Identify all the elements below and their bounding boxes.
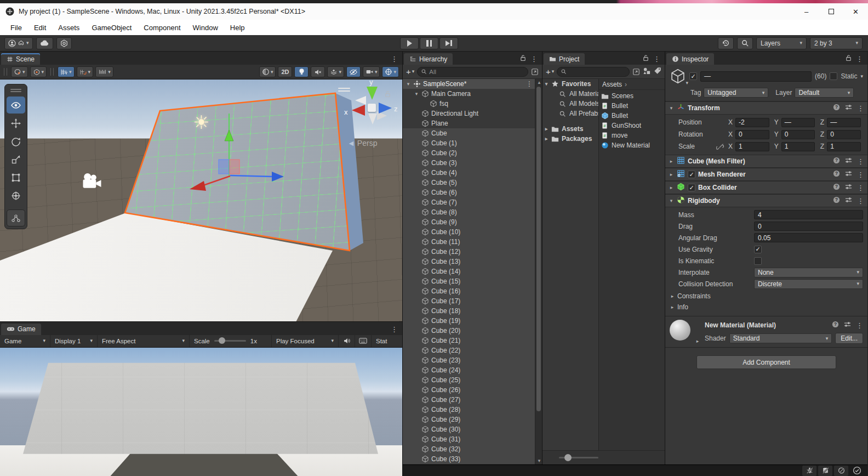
hierarchy-item-cube-20[interactable]: Cube (20) <box>403 326 535 336</box>
project-tree-item-all-models[interactable]: All Models <box>542 99 598 109</box>
rotation-y-field[interactable]: 0 <box>781 130 815 139</box>
presets-icon[interactable] <box>845 157 852 166</box>
lock-icon[interactable] <box>520 54 526 63</box>
help-icon[interactable]: ? <box>833 183 840 192</box>
link-off-icon[interactable] <box>715 143 726 151</box>
open-search-window-icon[interactable] <box>632 68 640 76</box>
hierarchy-item-cube-15[interactable]: Cube (15) <box>403 276 535 286</box>
menu-edit[interactable]: Edit <box>28 24 52 32</box>
transform-tool-button[interactable] <box>7 187 25 204</box>
mass-field[interactable]: 4 <box>754 210 863 219</box>
angular-drag-field[interactable]: 0.05 <box>754 233 863 242</box>
tab-scene[interactable]: Scene <box>1 53 40 65</box>
shader-edit-button[interactable]: Edit... <box>835 333 863 344</box>
scene-orientation-gizmo[interactable]: y z x <box>339 80 402 140</box>
menu-file[interactable]: File <box>4 24 28 32</box>
hierarchy-item-cube-7[interactable]: Cube (7) <box>403 197 535 207</box>
progress-ok-icon[interactable] <box>850 466 864 476</box>
undo-history-button[interactable] <box>718 37 734 49</box>
hierarchy-item-directional-light[interactable]: Directional Light <box>403 109 535 118</box>
hierarchy-item-cube-8[interactable]: Cube (8) <box>403 207 535 217</box>
hierarchy-item-cube-31[interactable]: Cube (31) <box>403 434 535 444</box>
y-axis-cone[interactable] <box>367 87 378 100</box>
play-button[interactable] <box>400 37 419 49</box>
perspective-indicator[interactable]: ◄ Persp <box>347 139 377 148</box>
game-input-toggle[interactable] <box>355 335 372 347</box>
directional-light-gizmo[interactable]: ☀ <box>193 111 209 133</box>
mesh-renderer-component-header[interactable]: ▸ ✓ Mesh Renderer ? ⋮ <box>665 168 867 181</box>
scene-lighting-toggle[interactable] <box>294 66 309 77</box>
gameobject-icon[interactable]: ▾ <box>670 68 686 84</box>
project-menu-kebab[interactable]: ⋮ <box>653 55 660 63</box>
shading-mode-button[interactable]: ▾ <box>259 66 276 77</box>
foldout-arrow[interactable]: ▸ <box>544 126 549 132</box>
toolbar-grip[interactable] <box>4 68 7 76</box>
z-axis-cone[interactable] <box>379 103 392 114</box>
hierarchy-item-cube-14[interactable]: Cube (14) <box>403 267 535 276</box>
material-preview-sphere[interactable] <box>670 320 690 341</box>
debugger-disabled-icon[interactable] <box>802 466 816 476</box>
pivot-mode-button[interactable]: ▾ <box>30 66 47 77</box>
scroll-down-icon[interactable]: ▼ <box>537 458 541 463</box>
gameobject-name-field[interactable]: — <box>700 71 812 82</box>
mesh-renderer-enabled-checkbox[interactable]: ✓ <box>688 171 695 178</box>
effects-dropdown-button[interactable]: ▾ <box>327 66 344 77</box>
project-zoom-knob[interactable] <box>564 454 572 461</box>
scene-menu-kebab[interactable]: ⋮ <box>391 55 398 63</box>
hierarchy-create-button[interactable]: +▾ <box>406 67 414 76</box>
hierarchy-item-fsq[interactable]: fsq <box>403 99 535 109</box>
rotation-z-field[interactable]: 0 <box>827 130 861 139</box>
asset-item-bullet[interactable]: #Bullet <box>599 101 665 111</box>
cloud-services-button[interactable] <box>36 37 53 49</box>
hierarchy-item-cube-32[interactable]: Cube (32) <box>403 444 535 454</box>
open-search-window-icon[interactable] <box>531 68 539 76</box>
scene-audio-toggle[interactable] <box>311 66 325 77</box>
help-icon[interactable]: ? <box>832 321 839 330</box>
foldout-arrow[interactable]: ▾ <box>405 81 412 87</box>
scene-camera-settings-button[interactable]: ▾ <box>363 66 380 77</box>
hierarchy-item-cube-33[interactable]: Cube (33) <box>403 454 535 464</box>
add-component-button[interactable]: Add Component <box>696 355 836 369</box>
hierarchy-item-cube-11[interactable]: Cube (11) <box>403 237 535 247</box>
measure-tool-button[interactable]: ▾ <box>95 66 113 77</box>
hierarchy-item-cube-26[interactable]: Cube (26) <box>403 385 535 395</box>
project-tree-item-assets[interactable]: ▸Assets <box>542 124 598 134</box>
presets-icon[interactable] <box>845 170 852 179</box>
toolbar-grip[interactable] <box>50 68 54 76</box>
material-kebab[interactable]: ⋮ <box>856 321 863 330</box>
tab-project[interactable]: Project <box>544 53 585 65</box>
scale-z-field[interactable]: 1 <box>827 142 861 151</box>
static-flags-caret[interactable]: ▾ <box>860 74 863 79</box>
hierarchy-item-cube-18[interactable]: Cube (18) <box>403 306 535 316</box>
rigidbody-component-header[interactable]: ▾ Rigidbody ? ⋮ <box>665 194 867 207</box>
hierarchy-search-input[interactable]: All <box>417 67 528 77</box>
display-dropdown[interactable]: Display 1▾ <box>50 335 98 347</box>
hierarchy-item-cube-30[interactable]: Cube (30) <box>403 424 535 434</box>
overlay-drag-handle[interactable] <box>10 88 21 93</box>
custom-tool-button[interactable] <box>7 209 25 226</box>
camera-object-gizmo[interactable] <box>80 172 104 192</box>
hierarchy-menu-kebab[interactable]: ⋮ <box>530 55 538 63</box>
hierarchy-item-cube[interactable]: Cube <box>403 128 535 138</box>
rotation-x-field[interactable]: 0 <box>735 130 769 139</box>
hierarchy-scrollbar[interactable]: ▲ ▼ <box>535 79 542 464</box>
collab-disabled-icon[interactable] <box>834 466 848 476</box>
maximize-button[interactable] <box>819 3 843 20</box>
material-foldout-arrow[interactable]: ▸ <box>695 338 700 344</box>
presets-icon[interactable] <box>845 183 852 192</box>
box-collider-component-header[interactable]: ▸ ✓ Box Collider ? ⋮ <box>665 181 867 194</box>
foldout-arrow[interactable]: ▸ <box>670 304 675 310</box>
hierarchy-item-cube-27[interactable]: Cube (27) <box>403 395 535 405</box>
asset-item-gunshoot[interactable]: #GunShoot <box>599 121 665 131</box>
scene-visibility-toggle[interactable] <box>346 66 361 77</box>
snap-increment-button[interactable]: ▾ <box>77 66 94 77</box>
active-checkbox[interactable]: ✓ <box>689 72 697 80</box>
collision-detection-dropdown[interactable]: Discrete▾ <box>754 279 863 289</box>
game-viewport[interactable] <box>0 348 402 476</box>
hierarchy-item-cube-17[interactable]: Cube (17) <box>403 296 535 306</box>
hidden-packages-icon[interactable] <box>643 67 651 76</box>
scale-y-field[interactable]: 1 <box>781 142 815 151</box>
hierarchy-item-cube-28[interactable]: Cube (28) <box>403 405 535 415</box>
minimize-button[interactable]: – <box>794 3 819 20</box>
is-kinematic-checkbox[interactable] <box>754 257 762 265</box>
